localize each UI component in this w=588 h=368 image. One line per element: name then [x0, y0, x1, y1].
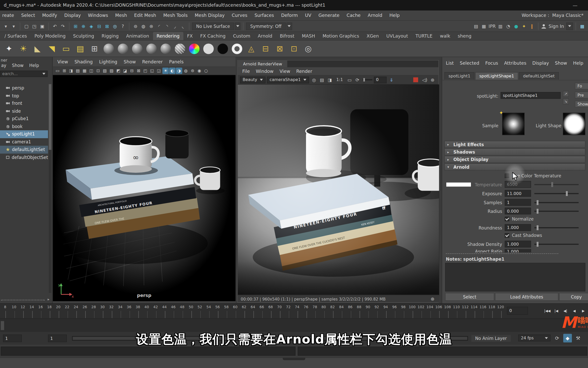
construction-history-icon[interactable]: ⊚ — [132, 22, 139, 30]
snap-to-point-icon[interactable]: ◈ — [88, 22, 95, 30]
exposure-field[interactable]: 11.000 — [505, 190, 531, 197]
ab-compare-icon[interactable]: ◨ — [326, 76, 333, 83]
snap-to-curve-icon[interactable]: ⊕ — [80, 22, 87, 30]
stop-render-button[interactable] — [413, 77, 418, 82]
symmetry-label[interactable]: Symmetry: Off — [246, 22, 286, 30]
notes-textarea[interactable] — [445, 263, 585, 292]
menu-modify[interactable]: Modify — [42, 13, 57, 18]
resolution-gate-icon[interactable]: ▨ — [108, 67, 115, 74]
ae-tab-spotlightshape1[interactable]: spotLightShape1 — [475, 72, 518, 79]
render-current-frame-icon[interactable]: ▦ — [480, 22, 487, 30]
list-outputs-icon[interactable]: ⊛ — [148, 22, 155, 30]
exposure-slider[interactable] — [362, 79, 372, 80]
area-light-icon[interactable]: ▭ — [59, 42, 73, 55]
ae-tab-defaultlightset[interactable]: defaultLightSet — [519, 72, 559, 79]
save-image-icon[interactable]: ⇓ — [388, 76, 395, 83]
load-attributes-button[interactable]: Load Attributes — [495, 293, 558, 301]
shadow-density-slider[interactable] — [534, 244, 579, 245]
ae-menu-list[interactable]: List — [446, 61, 454, 66]
outliner-item-defaultlightset[interactable]: defaultLightSet — [0, 146, 48, 153]
shelf-tab-rendering[interactable]: Rendering — [153, 32, 183, 40]
live-surface-label[interactable]: No Live Surface — [192, 22, 234, 30]
radius-slider[interactable] — [534, 211, 579, 212]
copy-tab-button[interactable]: Copy — [559, 293, 588, 301]
zoom-level[interactable]: 1:1 — [336, 77, 343, 82]
anisotropic-icon[interactable] — [118, 43, 128, 54]
outliner-item-book[interactable]: book — [0, 123, 48, 130]
two-panes-icon[interactable]: ◫ — [88, 67, 94, 74]
shelf-tab-animation[interactable]: Animation — [122, 32, 153, 40]
menu-edit-mesh[interactable]: Edit Mesh — [134, 13, 156, 18]
menu-surfaces[interactable]: Surfaces — [254, 13, 274, 18]
normalize-checkbox[interactable] — [505, 217, 509, 221]
volume-light-icon[interactable]: ▤ — [74, 42, 87, 55]
aov-dropdown[interactable]: Beauty — [240, 76, 265, 83]
sign-in-dropdown[interactable] — [566, 22, 573, 30]
ae-side-button-show[interactable]: Show — [575, 101, 588, 107]
viewport-menu-shading[interactable]: Shading — [75, 59, 93, 64]
ae-side-button-fo[interactable]: Fo — [575, 83, 588, 89]
shaded-mode-icon[interactable]: ◱ — [149, 67, 155, 74]
outliner-menu-help[interactable]: Help — [29, 63, 39, 68]
color-wheel-icon[interactable] — [189, 43, 200, 54]
bookmarks-icon[interactable]: ▤ — [75, 67, 81, 74]
menu-cache[interactable]: Cache — [347, 13, 361, 18]
shadows-icon[interactable]: ◐ — [169, 67, 176, 74]
ae-menu-show[interactable]: Show — [555, 61, 567, 66]
phong-icon[interactable] — [161, 43, 171, 54]
ambient-light-icon[interactable]: ✦ — [2, 42, 16, 55]
frame-field[interactable]: 0 — [374, 76, 386, 83]
ae-menu-selected[interactable]: Selected — [460, 61, 479, 66]
workspace-switcher-icon[interactable]: ▩ — [579, 22, 586, 30]
shelf-tab-custom[interactable]: Custom — [229, 32, 254, 40]
step-back-key-icon[interactable]: |◀ — [552, 306, 561, 315]
isolate-select-icon[interactable]: ○ — [203, 67, 209, 74]
outliner-item-side[interactable]: side — [0, 107, 48, 115]
quick-help-icon[interactable]: ? — [119, 22, 126, 30]
workspace-selector[interactable]: Maya Classic* — [552, 13, 584, 18]
lock-camera-icon[interactable]: ⊞ — [61, 67, 68, 74]
textured-mode-icon[interactable]: ◲ — [156, 67, 162, 74]
ae-menu-attributes[interactable]: Attributes — [504, 61, 526, 66]
shelf-tab-motion-graphics[interactable]: Motion Graphics — [319, 32, 363, 40]
section-shadows[interactable]: Shadows — [444, 148, 585, 155]
roundness-field[interactable]: 1.000 — [505, 224, 531, 231]
slider-handle[interactable] — [537, 242, 538, 247]
shelf-tab-fx-caching[interactable]: FX Caching — [197, 32, 229, 40]
samples-slider[interactable] — [534, 202, 579, 203]
outliner-scrollbar[interactable] — [49, 84, 51, 293]
viewport-menu-show[interactable]: Show — [124, 59, 136, 64]
field-chart-icon[interactable]: ◪ — [122, 67, 128, 74]
slider-handle[interactable] — [363, 78, 365, 82]
ae-menu-focus[interactable]: Focus — [485, 61, 498, 66]
undo-icon[interactable]: ↶ — [51, 22, 58, 30]
renderview-settings-gear-icon[interactable]: ⊛ — [429, 76, 436, 83]
show-input-button[interactable]: ↗ — [563, 91, 569, 97]
wireframe-icon[interactable]: ◰ — [142, 67, 149, 74]
outliner-menu-display[interactable]: ay — [1, 63, 6, 68]
select-button[interactable]: Select — [445, 293, 494, 301]
arnold-renderer-icon[interactable]: ● — [512, 22, 520, 30]
light-editor-icon[interactable]: ✦ — [520, 22, 528, 30]
snap-to-grid-icon[interactable]: ⊞ — [72, 22, 79, 30]
render-image[interactable]: ONE FLEW OVER THE CUCKOO'S NEST KEN KESE… — [238, 85, 439, 296]
motion-blur-icon[interactable]: ◍ — [183, 67, 189, 74]
outliner-item-pcube1[interactable]: pCube1 — [0, 115, 48, 123]
use-background-icon[interactable] — [217, 43, 228, 54]
menu-arnold[interactable]: Arnold — [368, 13, 382, 18]
play-forwards-icon[interactable]: ▶ — [579, 306, 588, 315]
hypershade-icon[interactable]: ◬ — [244, 42, 258, 55]
minimize-button[interactable]: — — [566, 3, 584, 8]
refresh-render-icon[interactable]: ⟳ — [354, 76, 361, 83]
exposure-slider[interactable] — [534, 193, 579, 194]
outliner-item-camera1[interactable]: camera1 — [0, 138, 48, 146]
menu-help[interactable]: Help — [389, 13, 400, 18]
outliner-item-persp[interactable]: persp — [0, 84, 48, 92]
samples-field[interactable]: 1 — [505, 199, 531, 206]
render-target-icon[interactable]: ◎ — [301, 42, 315, 55]
redo-icon[interactable]: ↷ — [59, 22, 66, 30]
render-settings-icon[interactable]: ▥ — [497, 22, 504, 30]
symmetry-dropdown[interactable] — [286, 22, 292, 30]
ae-tab-spotlight1[interactable]: spotLight1 — [444, 72, 474, 79]
outliner-item-spotlight1[interactable]: spotLight1 — [0, 130, 48, 138]
